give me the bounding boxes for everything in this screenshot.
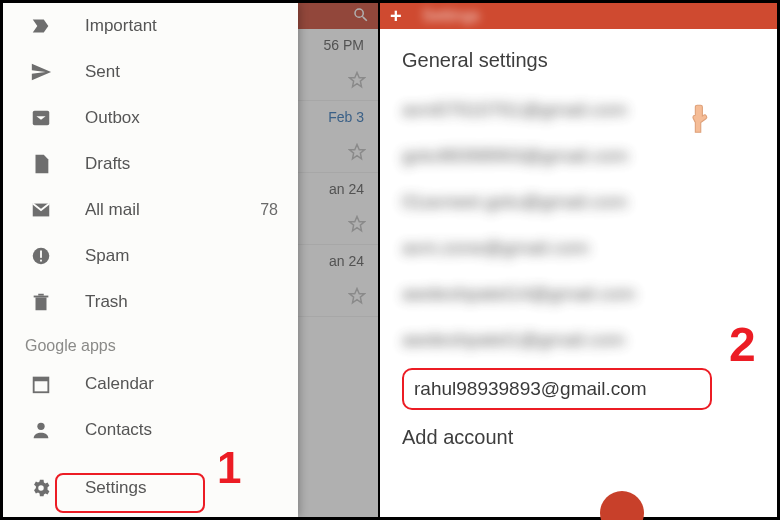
nav-label: Outbox [85, 108, 140, 128]
send-icon [25, 56, 57, 88]
annotation-number-2: 2 [729, 317, 756, 372]
drafts-icon [25, 148, 57, 180]
important-icon [25, 10, 57, 42]
settings-appbar: + Settings [380, 3, 777, 29]
add-account-item[interactable]: Add account [402, 426, 759, 449]
appbar-title: Settings [422, 7, 480, 25]
nav-label: Contacts [85, 420, 152, 440]
outbox-icon [25, 102, 57, 134]
right-pane: + Settings General settings avni07610761… [380, 3, 777, 517]
contacts-icon [25, 414, 57, 446]
account-item[interactable]: 01avneet.golu@gmail.com [402, 184, 759, 220]
nav-important[interactable]: Important [3, 3, 298, 49]
svg-point-6 [37, 423, 44, 430]
back-icon[interactable]: + [390, 5, 402, 27]
account-item[interactable]: awdeshpatel1@gmail.com [402, 322, 759, 358]
calendar-icon [25, 368, 57, 400]
nav-label: Sent [85, 62, 120, 82]
nav-spam[interactable]: Spam [3, 233, 298, 279]
drawer-scrim[interactable] [298, 3, 378, 517]
annotation-number-1: 1 [217, 443, 241, 493]
account-email: rahul98939893@gmail.com [414, 378, 647, 399]
account-item[interactable]: awdeshpatel14@gmail.com [402, 276, 759, 312]
nav-count: 78 [260, 201, 278, 219]
svg-rect-5 [34, 378, 49, 382]
account-item[interactable]: golu98398993@gmail.com [402, 138, 759, 174]
nav-calendar[interactable]: Calendar [3, 361, 298, 407]
nav-contacts[interactable]: Contacts [3, 407, 298, 453]
nav-label: Drafts [85, 154, 130, 174]
nav-label: Calendar [85, 374, 154, 394]
nav-drawer: Important Sent Outbox Drafts All mail 78 [3, 3, 298, 517]
svg-rect-3 [40, 260, 42, 262]
section-google-apps: Google apps [3, 325, 298, 361]
annotation-box-1 [55, 473, 205, 513]
nav-drafts[interactable]: Drafts [3, 141, 298, 187]
nav-trash[interactable]: Trash [3, 279, 298, 325]
account-item-highlighted[interactable]: rahul98939893@gmail.com [402, 368, 712, 410]
nav-label: Spam [85, 246, 129, 266]
account-item[interactable]: avni.zone@gmail.com [402, 230, 759, 266]
general-settings-item[interactable]: General settings [402, 49, 759, 72]
trash-icon [25, 286, 57, 318]
left-pane: 56 PM Feb 3 an 24 an 24 Important [3, 3, 378, 517]
gear-icon [25, 472, 57, 504]
mail-icon [25, 194, 57, 226]
nav-all-mail[interactable]: All mail 78 [3, 187, 298, 233]
hand-cursor-icon [691, 103, 717, 133]
nav-label: Important [85, 16, 157, 36]
svg-rect-2 [40, 251, 42, 258]
nav-outbox[interactable]: Outbox [3, 95, 298, 141]
nav-label: All mail [85, 200, 140, 220]
nav-label: Trash [85, 292, 128, 312]
nav-sent[interactable]: Sent [3, 49, 298, 95]
spam-icon [25, 240, 57, 272]
